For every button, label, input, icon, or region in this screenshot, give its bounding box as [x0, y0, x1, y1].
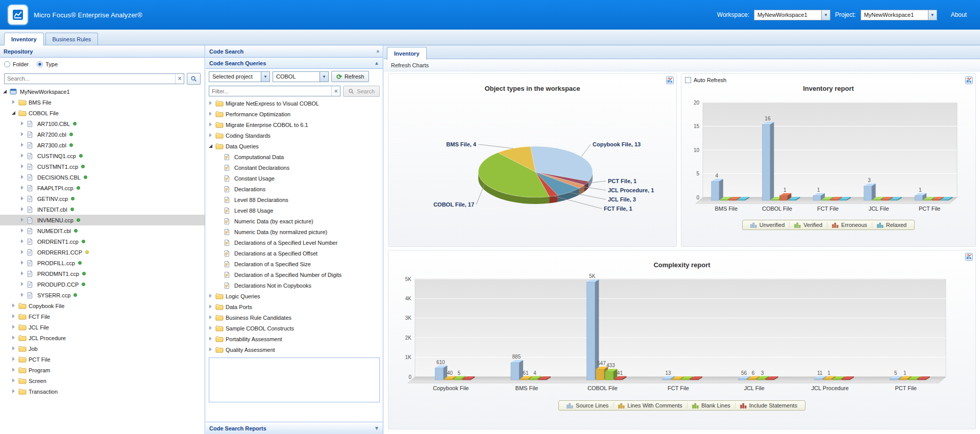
code-search-query-item[interactable]: Constant Declarations: [206, 162, 383, 173]
bar[interactable]: [538, 379, 547, 380]
bar[interactable]: [766, 379, 774, 380]
bar[interactable]: [814, 379, 822, 380]
code-search-query-item[interactable]: Declarations at a Specified Offset: [206, 248, 383, 259]
repo-tree-item[interactable]: PCT File: [0, 354, 205, 365]
bar[interactable]: [712, 182, 719, 200]
repo-tree-item[interactable]: GETINV.ccp: [0, 193, 205, 204]
language-select[interactable]: COBOL ▼: [273, 71, 329, 82]
expand-arrow-icon[interactable]: [19, 270, 26, 277]
bar[interactable]: [720, 199, 728, 200]
bar[interactable]: [918, 379, 926, 380]
code-search-query-item[interactable]: Migrate Enterprise COBOL to 6.1: [206, 119, 383, 130]
bar[interactable]: [681, 379, 689, 380]
bar[interactable]: [748, 379, 756, 380]
expand-arrow-icon[interactable]: [11, 324, 17, 330]
auto-refresh-checkbox[interactable]: Auto Refresh: [685, 77, 726, 83]
bar[interactable]: [915, 196, 922, 200]
bar[interactable]: [586, 282, 595, 380]
repo-tree-item[interactable]: CUSTMNT1.ccp: [0, 161, 205, 172]
repo-tree-item[interactable]: Transaction: [0, 386, 205, 397]
bar[interactable]: [435, 368, 443, 380]
expand-arrow-icon[interactable]: [19, 185, 26, 191]
tab-inventory[interactable]: Inventory: [4, 33, 44, 45]
repo-tree-item[interactable]: Job: [0, 343, 205, 354]
radio-type[interactable]: Type: [37, 61, 58, 67]
bar[interactable]: [909, 379, 917, 380]
code-search-query-item[interactable]: Level 88 Declarations: [206, 194, 383, 205]
repo-tree-item[interactable]: DECISIONS.CBL: [0, 172, 205, 183]
expand-arrow-icon[interactable]: [19, 292, 26, 298]
bar[interactable]: [462, 379, 471, 380]
expand-arrow-icon[interactable]: [208, 132, 214, 139]
repo-tree-item[interactable]: PRODFILL.ccp: [0, 258, 205, 268]
search-button[interactable]: Search: [343, 86, 380, 97]
expand-arrow-icon[interactable]: [208, 121, 214, 128]
maximize-chart-icon[interactable]: [965, 253, 973, 261]
repo-tree-item[interactable]: AR7200.cbl: [0, 129, 205, 140]
bar[interactable]: [690, 379, 698, 380]
code-search-query-item[interactable]: Computational Data: [206, 151, 383, 162]
repo-tree-item[interactable]: PRODUPD.CCP: [0, 279, 205, 290]
bar[interactable]: [923, 199, 931, 200]
bar[interactable]: [596, 369, 604, 380]
expand-arrow-icon[interactable]: [11, 313, 17, 320]
expand-arrow-icon[interactable]: [19, 142, 26, 148]
code-search-query-item[interactable]: Constant Usage: [206, 173, 383, 184]
bar[interactable]: [444, 379, 452, 380]
expand-arrow-icon[interactable]: [208, 346, 214, 353]
expand-arrow-icon[interactable]: [208, 143, 214, 149]
expand-section-icon[interactable]: ▼: [374, 425, 379, 431]
bar[interactable]: [779, 196, 787, 200]
expand-arrow-icon[interactable]: [19, 174, 26, 181]
bar[interactable]: [813, 196, 821, 200]
code-search-query-item[interactable]: Declarations: [206, 184, 383, 194]
bar[interactable]: [771, 199, 778, 200]
bar[interactable]: [453, 379, 461, 380]
expand-arrow-icon[interactable]: [19, 281, 26, 288]
repo-tree-item[interactable]: PRODMNT1.ccp: [0, 268, 205, 279]
project-select[interactable]: MyNewWorkspace1 ▼: [861, 10, 937, 20]
code-search-query-item[interactable]: Declaration of a Specified Number of Dig…: [206, 269, 383, 280]
expand-arrow-icon[interactable]: [208, 111, 214, 117]
bar[interactable]: [864, 186, 872, 200]
repo-tree-item[interactable]: COBOL File: [0, 108, 205, 118]
bar[interactable]: [739, 379, 747, 380]
expand-arrow-icon[interactable]: [11, 99, 17, 106]
bar[interactable]: [881, 199, 889, 200]
repo-tree-item[interactable]: INTEDIT.cbl: [0, 204, 205, 215]
bar[interactable]: [738, 199, 745, 200]
bar[interactable]: [873, 199, 880, 200]
expand-arrow-icon[interactable]: [19, 238, 26, 245]
expand-arrow-icon[interactable]: [11, 377, 17, 384]
clear-search-icon[interactable]: ×: [175, 74, 184, 84]
code-search-query-item[interactable]: Logic Queries: [206, 291, 383, 301]
code-search-query-item[interactable]: Quality Assessment: [206, 344, 383, 355]
refresh-charts-button[interactable]: Refresh Charts: [388, 61, 432, 69]
code-search-query-item[interactable]: Declarations of a Specified Level Number: [206, 237, 383, 248]
code-search-query-item[interactable]: Sample COBOL Constructs: [206, 323, 383, 334]
bar[interactable]: [520, 379, 528, 380]
bar[interactable]: [663, 379, 671, 380]
expand-arrow-icon[interactable]: [19, 163, 26, 170]
code-search-query-item[interactable]: Portability Assessment: [206, 334, 383, 344]
code-search-query-item[interactable]: Performance Optimization: [206, 109, 383, 119]
repo-tree-item[interactable]: AR7100.CBL: [0, 118, 205, 129]
expand-arrow-icon[interactable]: [208, 100, 214, 107]
repo-tree-item[interactable]: MyNewWorkspace1: [0, 86, 205, 97]
bar[interactable]: [842, 379, 850, 380]
repo-tree-item[interactable]: CUSTINQ1.ccp: [0, 150, 205, 161]
bar[interactable]: [890, 379, 898, 380]
expand-arrow-icon[interactable]: [11, 356, 17, 363]
expand-arrow-icon[interactable]: [208, 293, 214, 299]
expand-arrow-icon[interactable]: [19, 131, 26, 138]
collapse-section-icon[interactable]: ▲: [374, 60, 379, 66]
repo-tree-item[interactable]: JCL Procedure: [0, 333, 205, 343]
bar[interactable]: [511, 363, 519, 380]
bar[interactable]: [529, 379, 537, 380]
bar[interactable]: [762, 124, 770, 200]
bar[interactable]: [605, 371, 613, 380]
code-search-query-item[interactable]: Data Ports: [206, 301, 383, 312]
bar[interactable]: [890, 199, 898, 200]
expand-arrow-icon[interactable]: [208, 336, 214, 342]
code-search-query-item[interactable]: Business Rule Candidates: [206, 312, 383, 323]
